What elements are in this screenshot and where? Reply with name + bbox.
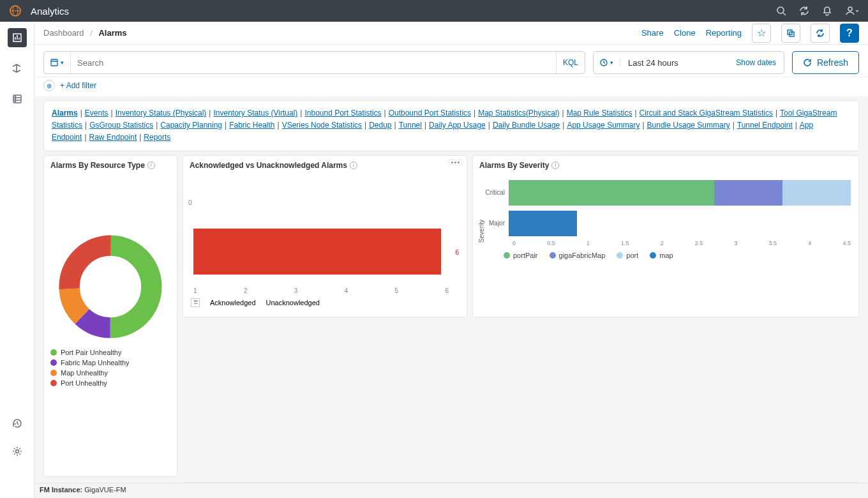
date-picker[interactable]: ▾ Last 24 hours Show dates [593, 51, 784, 74]
svg-rect-19 [51, 59, 57, 66]
navlink-gsgroup-statistics[interactable]: GsGroup Statistics [89, 121, 153, 130]
reporting-link[interactable]: Reporting [706, 28, 742, 38]
donut-legend-item[interactable]: Fabric Map Unhealthy [50, 359, 170, 366]
navlink-vseries-node-statistics[interactable]: VSeries Node Statistics [282, 121, 362, 130]
navlink-bundle-usage-summary[interactable]: Bundle Usage Summary [647, 121, 730, 130]
navlink-outbound-port-statistics[interactable]: Outbound Port Statistics [389, 109, 471, 117]
panel-alarms-by-resource: Alarms By Resource Typei Port Pair Unhea… [43, 155, 177, 477]
share-link[interactable]: Share [641, 28, 664, 38]
sev-legend-item[interactable]: map [650, 252, 673, 259]
navlink-tunnel[interactable]: Tunnel [399, 121, 422, 130]
left-nav [0, 22, 34, 498]
nav-link-bar: Alarms|Events|Inventory Status (Physical… [43, 100, 859, 151]
navlink-inventory-status-virtual-[interactable]: Inventory Status (Virtual) [213, 109, 297, 117]
navlink-app-usage-summary[interactable]: App Usage Summary [567, 121, 640, 130]
help-button[interactable]: ? [840, 24, 859, 43]
show-dates-link[interactable]: Show dates [728, 58, 784, 67]
navlink-fabric-health[interactable]: Fabric Health [229, 121, 274, 130]
filter-icon[interactable]: ⊕ [43, 80, 55, 91]
refresh-icon[interactable] [799, 6, 809, 16]
breadcrumb-sep: / [90, 28, 93, 38]
panel-title-ack: Acknowledged vs Unacknowledged Alarms [190, 161, 347, 170]
svg-point-3 [777, 7, 784, 13]
breadcrumb-parent[interactable]: Dashboard [43, 28, 84, 38]
sub-header: Dashboard / Alarms Share Clone Reporting… [34, 22, 868, 45]
navlink-tunnel-endpoint[interactable]: Tunnel Endpoint [737, 121, 793, 130]
sev-legend-item[interactable]: port [617, 252, 638, 259]
date-value: Last 24 hours [620, 58, 728, 68]
navlink-circuit-and-stack-gigastream-statistics[interactable]: Circuit and Stack GigaStream Statistics [640, 109, 773, 117]
svg-point-13 [15, 96, 15, 96]
donut-legend-item[interactable]: Port Unhealthy [50, 379, 170, 387]
saved-query-icon[interactable]: ▾ [44, 52, 71, 73]
sev-legend-item[interactable]: portPair [504, 252, 538, 259]
legend-unack[interactable]: Unacknowledged [266, 299, 320, 306]
search-box[interactable]: ▾ KQL [43, 51, 585, 74]
filter-row: ⊕ + Add filter [34, 77, 868, 96]
donut-legend-item[interactable]: Map Unhealthy [50, 369, 170, 377]
refresh-button[interactable]: Refresh [792, 51, 859, 74]
top-actions [776, 6, 859, 16]
svg-point-16 [15, 450, 19, 453]
ack-x-axis: 123456 [190, 286, 460, 294]
search-row: ▾ KQL ▾ Last 24 hours Show dates Refresh [34, 45, 868, 77]
severity-chart[interactable]: Severity Critical Major [473, 175, 858, 263]
nav-traffic-icon[interactable] [8, 59, 27, 78]
clone-link[interactable]: Clone [674, 28, 696, 38]
nav-dashboards-icon[interactable] [8, 28, 27, 47]
refresh-label: Refresh [817, 57, 848, 68]
panel-ack-vs-unack: Acknowledged vs Unacknowledged Alarmsi 0… [183, 155, 467, 317]
bell-icon[interactable] [822, 6, 832, 16]
top-bar: Analytics [0, 0, 868, 22]
panel-title-sev: Alarms By Severity [479, 161, 549, 170]
svg-point-26 [70, 245, 152, 328]
kql-toggle[interactable]: KQL [556, 52, 585, 73]
globe-icon [9, 4, 22, 17]
donut-legend-item[interactable]: Port Pair Unhealthy [50, 349, 170, 356]
sev-legend-item[interactable]: gigaFabricMap [550, 252, 606, 259]
legend-toggle-icon[interactable]: ☰ [191, 298, 200, 307]
footer-value: GigaVUE-FM [84, 486, 126, 494]
breadcrumb: Dashboard / Alarms [43, 28, 127, 38]
search-input[interactable] [71, 58, 556, 68]
sev-cat-critical: Critical [481, 189, 509, 196]
navlink-daily-app-usage[interactable]: Daily App Usage [429, 121, 486, 130]
info-icon[interactable]: i [551, 162, 559, 169]
breadcrumb-current: Alarms [98, 28, 126, 38]
sev-ylabel: Severity [478, 220, 485, 243]
donut-legend: Port Pair UnhealthyFabric Map UnhealthyM… [44, 345, 177, 391]
reload-button[interactable] [811, 24, 830, 43]
navlink-dedup[interactable]: Dedup [369, 121, 391, 130]
navlink-alarms[interactable]: Alarms [52, 109, 78, 117]
svg-line-4 [783, 13, 786, 15]
donut-chart[interactable] [44, 226, 177, 345]
nav-inventory-icon[interactable] [8, 89, 27, 109]
navlink-raw-endpoint[interactable]: Raw Endpoint [89, 133, 137, 142]
history-icon[interactable] [11, 418, 23, 432]
navlink-inbound-port-statistics[interactable]: Inbound Port Statistics [304, 109, 381, 117]
ack-bar-unack [193, 229, 441, 275]
ack-chart[interactable]: 0 6 123456 ☰ Acknowledged Unacknowledged [183, 175, 467, 313]
user-menu-icon[interactable] [845, 6, 859, 16]
footer-label: FM Instance: [40, 486, 82, 494]
navlink-inventory-status-physical-[interactable]: Inventory Status (Physical) [116, 109, 207, 117]
svg-point-15 [15, 101, 15, 102]
app-title: Analytics [31, 6, 69, 17]
navlink-map-rule-statistics[interactable]: Map Rule Statistics [567, 109, 632, 117]
add-filter-link[interactable]: + Add filter [60, 81, 96, 90]
favorite-button[interactable]: ☆ [752, 24, 771, 43]
navlink-map-statistics-physical-[interactable]: Map Statistics(Physical) [478, 109, 559, 117]
settings-icon[interactable] [11, 446, 23, 460]
info-icon[interactable]: i [147, 162, 155, 169]
navlink-daily-bundle-usage[interactable]: Daily Bundle Usage [493, 121, 560, 130]
panel-menu-icon[interactable] [448, 160, 463, 165]
navlink-capacity-planning[interactable]: Capacity Planning [160, 121, 222, 130]
navlink-events[interactable]: Events [85, 109, 108, 117]
navlink-reports[interactable]: Reports [144, 133, 170, 142]
info-icon[interactable]: i [350, 162, 357, 169]
ack-value-0: 0 [188, 199, 192, 206]
search-icon[interactable] [776, 6, 786, 16]
legend-ack[interactable]: Acknowledged [210, 299, 256, 306]
copy-button[interactable] [781, 24, 800, 43]
clock-icon[interactable]: ▾ [594, 59, 620, 66]
